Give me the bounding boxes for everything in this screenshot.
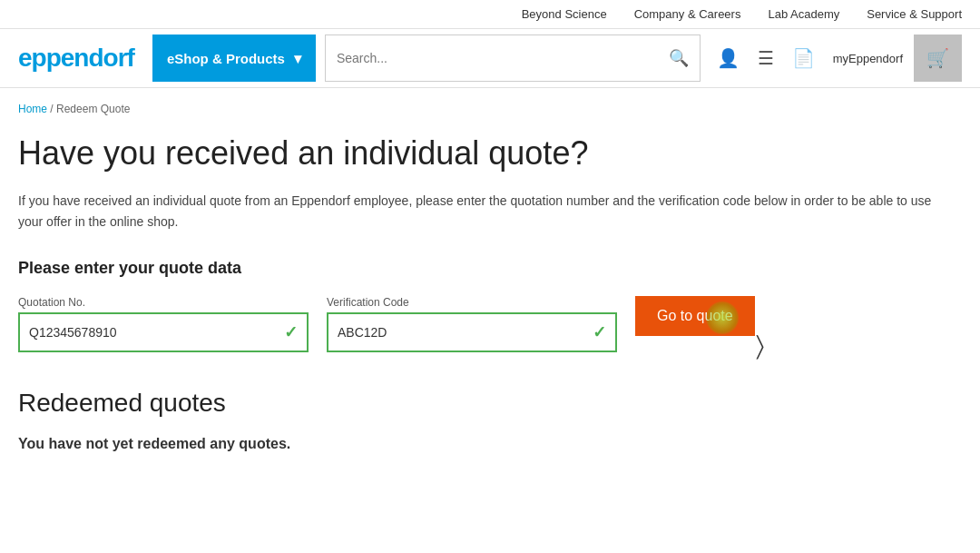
verification-input-wrapper: ✓ xyxy=(327,312,617,352)
cursor-icon: 〉 xyxy=(756,331,764,361)
breadcrumb-current: Redeem Quote xyxy=(56,103,130,115)
header-icons: 👤 ☰ 📄 myEppendorf 🛒 xyxy=(710,35,962,82)
logo[interactable]: eppendorf xyxy=(18,44,134,73)
user-icon-button[interactable]: 👤 xyxy=(710,40,747,76)
main-header: eppendorf eShop & Products ▾ 🔍 👤 ☰ 📄 myE… xyxy=(0,29,980,88)
content-area: Home / Redeem Quote Have you received an… xyxy=(0,88,962,489)
cart-button[interactable]: 🛒 xyxy=(914,35,962,82)
search-icon: 🔍 xyxy=(669,49,689,67)
cart-icon: 🛒 xyxy=(926,48,949,68)
eshop-products-button[interactable]: eShop & Products ▾ xyxy=(152,35,316,82)
quotation-group: Quotation No. ✓ xyxy=(18,296,309,352)
verification-input[interactable] xyxy=(338,325,593,340)
document-icon-button[interactable]: 📄 xyxy=(785,40,822,76)
go-to-quote-button[interactable]: Go to quote xyxy=(635,296,755,336)
breadcrumb: Home / Redeem Quote xyxy=(18,103,944,115)
nav-service-support[interactable]: Service & Support xyxy=(867,7,962,21)
nav-lab-academy[interactable]: Lab Academy xyxy=(768,7,839,21)
verification-checkmark-icon: ✓ xyxy=(593,322,606,342)
nav-beyond-science[interactable]: Beyond Science xyxy=(522,7,607,21)
chevron-down-icon: ▾ xyxy=(294,50,301,67)
search-bar: 🔍 xyxy=(325,35,701,82)
breadcrumb-home[interactable]: Home xyxy=(18,103,47,115)
search-input[interactable] xyxy=(326,44,658,73)
eshop-label: eShop & Products xyxy=(167,51,285,66)
verification-group: Verification Code ✓ xyxy=(327,296,617,352)
quote-form: Quotation No. ✓ Verification Code ✓ Go t… xyxy=(18,296,944,352)
list-icon-button[interactable]: ☰ xyxy=(750,40,781,76)
page-title: Have you received an individual quote? xyxy=(18,133,944,173)
quotation-input[interactable] xyxy=(29,325,284,340)
nav-company-careers[interactable]: Company & Careers xyxy=(634,7,741,21)
go-to-quote-label: Go to quote xyxy=(657,308,733,323)
logo-text: eppendorf xyxy=(18,44,134,72)
quotation-input-wrapper: ✓ xyxy=(18,312,309,352)
redeemed-quotes-title: Redeemed quotes xyxy=(18,389,944,418)
search-button[interactable]: 🔍 xyxy=(658,41,700,75)
quotation-checkmark-icon: ✓ xyxy=(284,322,298,342)
list-icon: ☰ xyxy=(758,48,774,68)
document-icon: 📄 xyxy=(792,48,815,68)
myeppendorf-button[interactable]: myEppendorf xyxy=(826,44,910,73)
user-icon: 👤 xyxy=(717,48,740,68)
no-quotes-text: You have not yet redeemed any quotes. xyxy=(18,436,944,452)
form-section-title: Please enter your quote data xyxy=(18,259,944,278)
top-nav: Beyond Science Company & Careers Lab Aca… xyxy=(0,0,980,29)
go-to-quote-area: Go to quote 〉 xyxy=(635,296,755,336)
quotation-label: Quotation No. xyxy=(18,296,309,309)
breadcrumb-separator: / xyxy=(47,103,56,115)
page-description: If you have received an individual quote… xyxy=(18,191,944,232)
verification-label: Verification Code xyxy=(327,296,617,309)
